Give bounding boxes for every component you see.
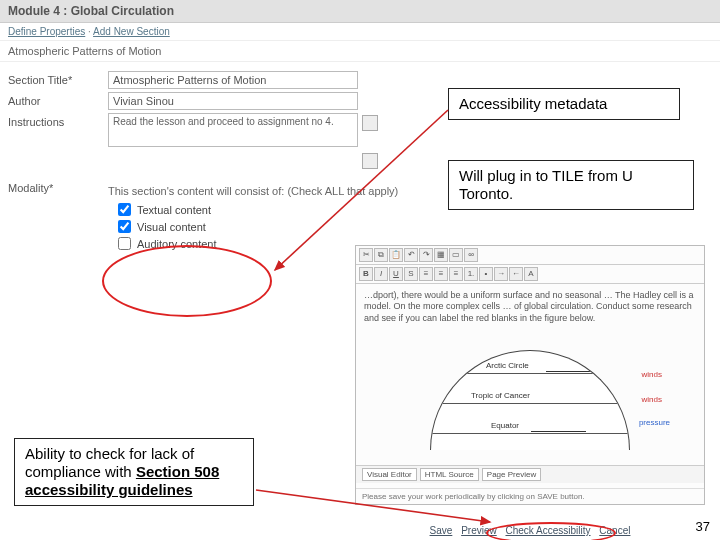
editor-toolbar-1: ✂ ⧉ 📋 ↶ ↷ ▦ ▭ ∞ xyxy=(356,246,704,265)
crumb-define[interactable]: Define Properties xyxy=(8,26,85,37)
instructions-label: Instructions xyxy=(8,113,108,128)
tab-page-preview[interactable]: Page Preview xyxy=(482,468,541,481)
module-header: Module 4 : Global Circulation xyxy=(0,0,720,23)
align-right-icon[interactable]: ≡ xyxy=(449,267,463,281)
editor-body[interactable]: …dport), there would be a uniform surfac… xyxy=(356,284,704,324)
strike-icon[interactable]: S xyxy=(404,267,418,281)
winds-label-1: winds xyxy=(642,370,662,379)
check-visual-label: Visual content xyxy=(137,221,206,233)
page-number: 37 xyxy=(696,519,710,534)
tropic-label: Tropic of Cancer xyxy=(471,391,530,400)
check-auditory-label: Auditory content xyxy=(137,238,217,250)
color-icon[interactable]: A xyxy=(524,267,538,281)
modality-label: Modality* xyxy=(8,179,108,194)
indent-icon[interactable]: → xyxy=(494,267,508,281)
diagram: Arctic Circle Tropic of Cancer Equator w… xyxy=(390,330,670,450)
author-label: Author xyxy=(8,92,108,107)
table-icon[interactable]: ▦ xyxy=(434,248,448,262)
editor-tabs: Visual Editor HTML Source Page Preview xyxy=(356,465,704,483)
bold-icon[interactable]: B xyxy=(359,267,373,281)
section-title-label: Section Title* xyxy=(8,71,108,86)
crumb-add[interactable]: Add New Section xyxy=(93,26,170,37)
list-ul-icon[interactable]: • xyxy=(479,267,493,281)
tab-html-source[interactable]: HTML Source xyxy=(420,468,479,481)
tab-visual-editor[interactable]: Visual Editor xyxy=(362,468,417,481)
breadcrumb: Define Properties · Add New Section xyxy=(0,23,720,41)
editor-toolbar-2: B I U S ≡ ≡ ≡ 1. • → ← A xyxy=(356,265,704,284)
instructions-textarea[interactable] xyxy=(108,113,358,147)
author-input[interactable] xyxy=(108,92,358,110)
check-visual[interactable]: Visual content xyxy=(118,220,712,233)
copy-icon[interactable]: ⧉ xyxy=(374,248,388,262)
cut-icon[interactable]: ✂ xyxy=(359,248,373,262)
image-icon[interactable]: ▭ xyxy=(449,248,463,262)
preview-button[interactable]: Preview xyxy=(461,525,497,536)
callout-accessibility-metadata: Accessibility metadata xyxy=(448,88,680,120)
paste-icon[interactable]: 📋 xyxy=(389,248,403,262)
align-left-icon[interactable]: ≡ xyxy=(419,267,433,281)
action-bar: Save Preview Check Accessibility Cancel xyxy=(360,525,700,536)
save-button[interactable]: Save xyxy=(430,525,453,536)
check-accessibility-button[interactable]: Check Accessibility xyxy=(505,525,590,536)
check-textual-label: Textual content xyxy=(137,204,211,216)
section-title-input[interactable] xyxy=(108,71,358,89)
link-icon[interactable]: ∞ xyxy=(464,248,478,262)
italic-icon[interactable]: I xyxy=(374,267,388,281)
check-auditory-box[interactable] xyxy=(118,237,131,250)
editor-panel: ✂ ⧉ 📋 ↶ ↷ ▦ ▭ ∞ B I U S ≡ ≡ ≡ 1. • → ← A… xyxy=(355,245,705,505)
callout-tile: Will plug in to TILE from U Toronto. xyxy=(448,160,694,210)
check-visual-box[interactable] xyxy=(118,220,131,233)
undo-icon[interactable]: ↶ xyxy=(404,248,418,262)
help-icon[interactable] xyxy=(362,153,378,169)
modality-checklist: Textual content Visual content Auditory … xyxy=(118,203,712,250)
pressure-label: pressure xyxy=(639,418,670,427)
expand-icon[interactable] xyxy=(362,115,378,131)
app-root: Module 4 : Global Circulation Define Pro… xyxy=(0,0,720,540)
winds-label-2: winds xyxy=(642,395,662,404)
check-textual-box[interactable] xyxy=(118,203,131,216)
editor-foot: Please save your work periodically by cl… xyxy=(356,488,704,504)
align-center-icon[interactable]: ≡ xyxy=(434,267,448,281)
equator-label: Equator xyxy=(491,421,519,430)
arctic-label: Arctic Circle xyxy=(486,361,529,370)
redo-icon[interactable]: ↷ xyxy=(419,248,433,262)
list-ol-icon[interactable]: 1. xyxy=(464,267,478,281)
modality-lead: This section's content will consist of: … xyxy=(108,185,398,197)
module-title: Module 4 : Global Circulation xyxy=(8,4,174,18)
dome: Arctic Circle Tropic of Cancer Equator xyxy=(430,350,630,450)
callout-508: Ability to check for lack of compliance … xyxy=(14,438,254,506)
cancel-button[interactable]: Cancel xyxy=(599,525,630,536)
outdent-icon[interactable]: ← xyxy=(509,267,523,281)
underline-icon[interactable]: U xyxy=(389,267,403,281)
section-name: Atmospheric Patterns of Motion xyxy=(0,41,720,62)
annotation-oval-modality xyxy=(102,245,272,317)
